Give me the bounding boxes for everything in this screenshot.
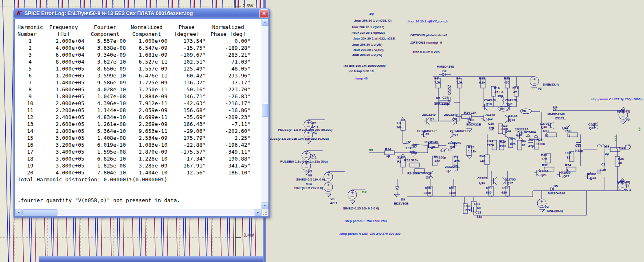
- scroll-left-button[interactable]: ◄: [15, 209, 22, 216]
- log-table-row: 173.400e+051.595e-082.870e-09-175.57°-34…: [18, 148, 262, 155]
- log-client-area: HarmonicFrequencyFourierNormalizedPhaseN…: [15, 19, 268, 216]
- log-table-row: 153.000e+051.408e-082.534e-09175.79°2.25…: [18, 134, 262, 141]
- log-table-row: 91.800e+051.047e-081.884e-09146.71°-26.8…: [18, 93, 262, 100]
- log-table-row: 183.600e+056.826e-101.228e-10-17.34°-190…: [18, 155, 262, 162]
- log-table-row: 12.000e+045.557e+001.000e+00173.54°0.00°: [18, 37, 262, 44]
- waveform-window-bottom-frame: [39, 256, 264, 262]
- schematic-canvas[interactable]: [266, 0, 644, 262]
- vertical-scrollbar[interactable]: ▲ ▼: [262, 19, 268, 209]
- log-table-row: 48.000e+043.627e-106.527e-11102.51°-71.0…: [18, 58, 262, 65]
- window-title: SPICE Error Log: E:\LT\унч50-8 №13 БЕЗ С…: [24, 11, 259, 16]
- log-table-row: 51.000e+058.650e-091.557e-09125.49°-48.0…: [18, 65, 262, 72]
- scroll-left-icon: ◄: [17, 211, 20, 214]
- log-total-line: Total Harmonic Distortion: 0.000001%(0.0…: [18, 176, 262, 183]
- log-table-row: 122.400e+054.834e-108.699e-11-35.69°-209…: [18, 114, 262, 121]
- ltspice-application: 2.6W 0.4W ;op.four 20k 20 1 v(n058, O).f…: [0, 0, 644, 262]
- scroll-up-icon: ▲: [264, 21, 266, 24]
- scroll-down-icon: ▼: [264, 204, 266, 207]
- log-table-row: 102.000e+054.396e-107.912e-11-42.63°-216…: [18, 100, 262, 107]
- log-table-row: 204.000e+057.804e-101.404e-10-12.56°-186…: [18, 169, 262, 176]
- log-table-row: 81.600e+054.028e-107.250e-11-50.16°-223.…: [18, 86, 262, 93]
- log-table-header: HarmonicFrequencyFourierNormalizedPhaseN…: [18, 24, 262, 31]
- log-table-row: 112.200e+051.144e-082.059e-09156.68°-16.…: [18, 107, 262, 114]
- scroll-down-button[interactable]: ▼: [262, 202, 268, 209]
- plot-tick-bottom: 0.4W: [244, 233, 254, 238]
- log-table-row: 36.000e+049.340e-091.681e-09-109.67°-283…: [18, 51, 262, 58]
- spice-error-log-window: SPICE Error Log: E:\LT\унч50-8 №13 БЕЗ С…: [13, 8, 270, 218]
- horizontal-scroll-thumb[interactable]: [22, 209, 57, 216]
- log-table-row: 71.400e+059.586e-091.725e-09136.37°-37.1…: [18, 79, 262, 86]
- plot-tick-top: 2.6W: [243, 3, 253, 8]
- log-error-line: .fourier quantity "V(n058,o)" not presse…: [18, 197, 262, 204]
- scroll-right-icon: ►: [257, 211, 259, 214]
- horizontal-scrollbar[interactable]: ◄ ►: [15, 209, 262, 216]
- window-titlebar[interactable]: SPICE Error Log: E:\LT\унч50-8 №13 БЕЗ С…: [13, 8, 270, 19]
- log-text: HarmonicFrequencyFourierNormalizedPhaseN…: [15, 19, 262, 209]
- log-table-row: 61.200e+053.599e-106.476e-11-60.42°-233.…: [18, 72, 262, 79]
- close-button[interactable]: ✕: [259, 9, 268, 18]
- resize-grip[interactable]: [262, 209, 268, 216]
- ltspice-app-icon: [16, 10, 22, 17]
- log-table-row: 132.600e+051.261e-082.269e-09166.43°-7.1…: [18, 121, 262, 128]
- log-table-row: 142.800e+055.364e-109.653e-11-29.06°-202…: [18, 128, 262, 134]
- log-table-header: Number[Hz]ComponentComponent[degree]Phas…: [18, 31, 262, 37]
- log-table-row: 163.200e+056.019e-101.083e-10-22.88°-196…: [18, 141, 262, 148]
- log-table-row: 193.800e+051.825e-083.285e-09-167.91°-34…: [18, 162, 262, 169]
- log-table-row: 24.000e+043.638e-086.547e-09-15.75°-189.…: [18, 44, 262, 51]
- scroll-right-button[interactable]: ►: [255, 209, 262, 216]
- close-icon: ✕: [262, 11, 266, 16]
- vertical-scroll-thumb[interactable]: [262, 104, 268, 117]
- scroll-up-button[interactable]: ▲: [262, 19, 268, 26]
